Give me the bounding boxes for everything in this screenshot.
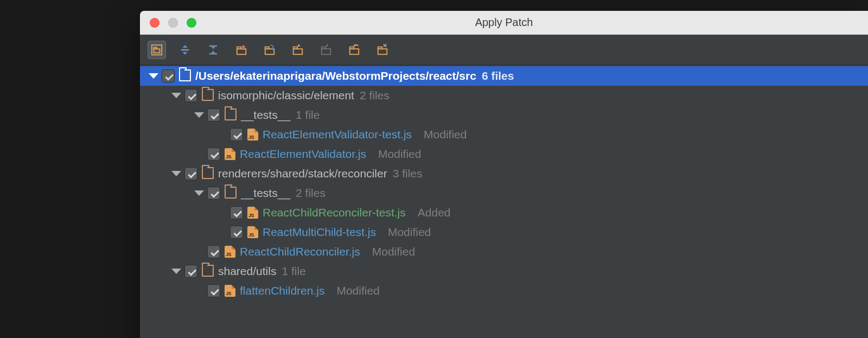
tree-label: ReactChildReconciler-test.js bbox=[263, 206, 406, 219]
gray-folder-button[interactable] bbox=[317, 41, 335, 59]
svg-rect-27 bbox=[378, 47, 382, 49]
checkbox[interactable] bbox=[230, 226, 243, 239]
checkbox[interactable] bbox=[162, 69, 175, 82]
tree-row[interactable]: isomorphic/classic/element2 files bbox=[140, 86, 868, 105]
tree-row[interactable]: flattenChildren.jsModified bbox=[140, 281, 868, 301]
file-count: 1 file bbox=[296, 109, 320, 122]
svg-marker-5 bbox=[182, 52, 187, 55]
revert-folder-icon bbox=[348, 44, 360, 56]
folder-icon bbox=[202, 266, 214, 277]
chevron-down-icon[interactable] bbox=[149, 73, 158, 79]
expand-all-icon bbox=[179, 44, 191, 56]
window-title: Apply Patch bbox=[140, 16, 868, 29]
checkbox[interactable] bbox=[207, 187, 220, 200]
folder-box-icon bbox=[151, 44, 163, 56]
js-file-icon bbox=[247, 129, 258, 141]
svg-rect-17 bbox=[293, 49, 303, 54]
file-status: Modified bbox=[336, 284, 379, 297]
group-by-directory-button[interactable] bbox=[148, 41, 166, 59]
chevron-down-icon[interactable] bbox=[171, 93, 181, 98]
svg-rect-2 bbox=[154, 47, 157, 49]
file-count: 2 files bbox=[296, 187, 326, 200]
folder-icon bbox=[202, 168, 214, 179]
svg-marker-9 bbox=[210, 46, 215, 49]
file-count: 1 file bbox=[282, 265, 305, 278]
checkbox[interactable] bbox=[207, 245, 220, 258]
chevron-down-icon[interactable] bbox=[194, 190, 204, 196]
js-file-icon bbox=[225, 285, 235, 297]
file-status: Modified bbox=[424, 128, 467, 141]
svg-rect-11 bbox=[237, 49, 246, 54]
tree-label: ReactMultiChild-test.js bbox=[263, 226, 376, 239]
svg-rect-24 bbox=[350, 47, 354, 49]
js-file-icon bbox=[247, 207, 258, 219]
js-file-icon bbox=[247, 226, 258, 238]
tree-label: __tests__ bbox=[241, 109, 290, 122]
titlebar[interactable]: Apply Patch bbox=[140, 11, 868, 35]
file-count: 2 files bbox=[360, 89, 390, 102]
tree-label: ReactElementValidator-test.js bbox=[263, 128, 412, 141]
file-tree[interactable]: /Users/ekaterinaprigara/WebstormProjects… bbox=[140, 65, 868, 338]
open-folder-button[interactable] bbox=[289, 41, 307, 59]
delete-folder-button[interactable] bbox=[373, 41, 392, 59]
tree-row[interactable]: ReactMultiChild-test.jsModified bbox=[140, 222, 868, 242]
collapse-all-icon bbox=[207, 44, 219, 56]
checkbox[interactable] bbox=[184, 265, 197, 278]
window-controls bbox=[140, 18, 196, 28]
svg-rect-18 bbox=[293, 47, 297, 49]
tree-label: ReactChildReconciler.js bbox=[240, 245, 360, 258]
svg-marker-19 bbox=[297, 44, 301, 47]
tree-row[interactable]: ReactChildReconciler.jsModified bbox=[140, 242, 868, 262]
chevron-down-icon[interactable] bbox=[171, 269, 181, 274]
tree-row[interactable]: shared/utils1 file bbox=[140, 262, 868, 281]
tree-row[interactable]: __tests__2 files bbox=[140, 183, 868, 203]
tree-label: isomorphic/classic/element bbox=[218, 89, 354, 102]
revert-folder-button[interactable] bbox=[345, 41, 363, 59]
svg-rect-20 bbox=[322, 49, 331, 54]
file-status: Modified bbox=[378, 148, 421, 161]
chevron-down-icon[interactable] bbox=[194, 112, 204, 118]
tree-row-root[interactable]: /Users/ekaterinaprigara/WebstormProjects… bbox=[140, 66, 868, 86]
svg-rect-1 bbox=[154, 49, 160, 53]
collapse-all-button[interactable] bbox=[204, 41, 222, 59]
pull-folder-button[interactable] bbox=[232, 41, 251, 59]
checkbox[interactable] bbox=[230, 128, 243, 141]
toolbar bbox=[140, 35, 868, 65]
apply-patch-window: Apply Patch bbox=[140, 11, 868, 338]
checkbox[interactable] bbox=[207, 109, 220, 122]
tree-row[interactable]: ReactChildReconciler-test.jsAdded bbox=[140, 203, 868, 222]
checkbox[interactable] bbox=[184, 89, 197, 102]
tree-row[interactable]: __tests__1 file bbox=[140, 105, 868, 125]
minimize-icon[interactable] bbox=[168, 18, 178, 28]
folder-icon bbox=[225, 110, 237, 120]
checkbox[interactable] bbox=[230, 206, 243, 219]
file-status: Modified bbox=[388, 226, 431, 239]
svg-marker-4 bbox=[182, 44, 187, 48]
svg-rect-26 bbox=[378, 49, 387, 54]
tree-row[interactable]: renderers/shared/stack/reconciler3 files bbox=[140, 164, 868, 183]
tree-label: ReactElementValidator.js bbox=[240, 148, 366, 161]
tree-label: flattenChildren.js bbox=[240, 284, 324, 297]
drop-folder-icon bbox=[264, 44, 276, 56]
delete-folder-icon bbox=[376, 44, 388, 56]
chevron-down-icon[interactable] bbox=[171, 171, 181, 176]
tree-label: shared/utils bbox=[218, 265, 276, 278]
tree-label: /Users/ekaterinaprigara/WebstormProjects… bbox=[195, 69, 476, 82]
zoom-icon[interactable] bbox=[187, 18, 196, 28]
svg-rect-21 bbox=[322, 47, 326, 49]
checkbox[interactable] bbox=[207, 148, 220, 161]
pull-folder-icon bbox=[235, 44, 247, 56]
file-count: 3 files bbox=[393, 167, 423, 180]
expand-all-button[interactable] bbox=[176, 41, 194, 59]
tree-label: __tests__ bbox=[241, 187, 290, 200]
tree-row[interactable]: ReactElementValidator-test.jsModified bbox=[140, 125, 868, 144]
file-status: Modified bbox=[372, 245, 415, 258]
checkbox[interactable] bbox=[207, 284, 220, 297]
folder-icon bbox=[202, 90, 214, 101]
tree-row[interactable]: ReactElementValidator.jsModified bbox=[140, 144, 868, 164]
checkbox[interactable] bbox=[184, 167, 197, 180]
svg-rect-12 bbox=[237, 47, 241, 49]
file-status: Added bbox=[418, 206, 451, 219]
close-icon[interactable] bbox=[150, 18, 159, 28]
drop-folder-button[interactable] bbox=[260, 41, 279, 59]
